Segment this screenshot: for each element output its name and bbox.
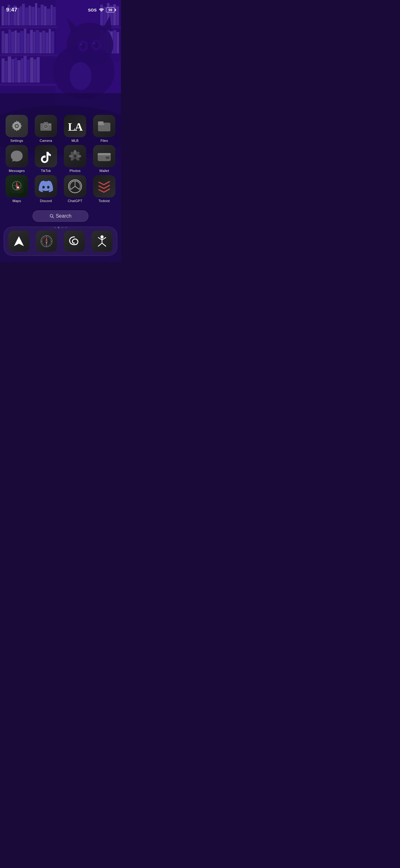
- discord-label: Discord: [40, 199, 52, 203]
- dock-notesnook[interactable]: [64, 231, 85, 252]
- maps-label: Maps: [12, 199, 21, 203]
- activity-icon[interactable]: [92, 231, 112, 252]
- maps-svg: [9, 179, 24, 194]
- app-todoist[interactable]: Todoist: [93, 175, 115, 203]
- app-row-2: Messages TikTok: [6, 145, 115, 173]
- activity-svg: [95, 235, 109, 248]
- app-discord[interactable]: Discord: [35, 175, 57, 203]
- search-bar-container: Search: [0, 211, 121, 222]
- svg-marker-117: [14, 236, 24, 246]
- svg-rect-93: [98, 121, 104, 124]
- files-svg: [97, 120, 112, 132]
- sos-indicator: SOS: [88, 8, 97, 12]
- status-icons: SOS 99: [88, 7, 115, 12]
- photos-label: Photos: [69, 169, 80, 173]
- app-grid: Settings Camera LA MLB: [0, 115, 121, 205]
- time-display: 9:47: [6, 7, 18, 13]
- messages-icon[interactable]: [6, 145, 28, 167]
- svg-rect-105: [98, 153, 111, 155]
- mlb-svg: LA: [67, 119, 83, 133]
- settings-icon[interactable]: [6, 115, 28, 137]
- app-tiktok[interactable]: TikTok: [35, 145, 57, 173]
- svg-point-85: [15, 125, 18, 128]
- svg-point-114: [18, 187, 19, 188]
- search-label: Search: [56, 213, 72, 219]
- messages-label: Messages: [9, 169, 25, 173]
- mlb-icon[interactable]: LA: [64, 115, 86, 137]
- app-maps[interactable]: Maps: [6, 175, 28, 203]
- todoist-label: Todoist: [99, 199, 110, 203]
- discord-icon[interactable]: [35, 175, 57, 197]
- app-chatgpt[interactable]: ChatGPT: [64, 175, 86, 203]
- svg-marker-129: [45, 241, 47, 246]
- direct-svg: [13, 235, 25, 247]
- dock-direct[interactable]: [8, 231, 29, 252]
- svg-point-82: [101, 11, 102, 12]
- svg-rect-92: [98, 124, 104, 125]
- wallet-svg: [97, 150, 111, 162]
- camera-label: Camera: [40, 139, 52, 143]
- chatgpt-svg: [68, 179, 82, 193]
- camera-icon[interactable]: [35, 115, 57, 137]
- files-label: Files: [100, 139, 108, 143]
- chatgpt-label: ChatGPT: [68, 199, 82, 203]
- app-row-1: Settings Camera LA MLB: [6, 115, 115, 143]
- svg-text:LA: LA: [68, 121, 83, 133]
- settings-label: Settings: [10, 139, 23, 143]
- svg-rect-106: [106, 156, 109, 159]
- wallet-label: Wallet: [99, 169, 109, 173]
- svg-point-89: [49, 124, 51, 125]
- svg-line-135: [102, 243, 106, 246]
- svg-marker-128: [45, 237, 47, 241]
- tiktok-svg: [39, 149, 53, 163]
- discord-svg: [39, 180, 53, 192]
- safari-svg: [40, 235, 53, 248]
- svg-point-103: [74, 155, 76, 157]
- todoist-icon[interactable]: [93, 175, 115, 197]
- dock-activity[interactable]: [92, 231, 112, 252]
- battery-indicator: 99: [106, 7, 115, 12]
- wifi-icon: [99, 8, 104, 12]
- status-bar: 9:47 SOS 99: [0, 0, 121, 16]
- files-icon[interactable]: [93, 115, 115, 137]
- search-pill[interactable]: Search: [33, 211, 88, 222]
- app-files[interactable]: Files: [93, 115, 115, 143]
- maps-icon[interactable]: [6, 175, 28, 197]
- chatgpt-icon[interactable]: [64, 175, 86, 197]
- camera-svg: [40, 121, 52, 131]
- notesnook-icon[interactable]: [64, 231, 85, 252]
- dock-safari[interactable]: [36, 231, 57, 252]
- direct-icon[interactable]: [8, 231, 29, 252]
- app-settings[interactable]: Settings: [6, 115, 28, 143]
- app-row-3: Maps Discord ChatGPT: [6, 175, 115, 203]
- tiktok-label: TikTok: [41, 169, 51, 173]
- wallet-icon[interactable]: [93, 145, 115, 167]
- notesnook-svg: [68, 235, 81, 248]
- todoist-svg: [97, 179, 111, 193]
- app-mlb[interactable]: LA MLB: [64, 115, 86, 143]
- photos-icon[interactable]: [64, 145, 86, 167]
- search-icon: [49, 214, 54, 218]
- settings-gear-svg: [10, 119, 24, 133]
- svg-point-130: [100, 235, 104, 239]
- mlb-label: MLB: [71, 139, 78, 143]
- dock: [4, 227, 117, 256]
- svg-point-88: [45, 125, 47, 128]
- app-camera[interactable]: Camera: [35, 115, 57, 143]
- safari-icon[interactable]: [36, 231, 57, 252]
- photos-svg: [68, 149, 82, 164]
- app-messages[interactable]: Messages: [6, 145, 28, 173]
- tiktok-icon[interactable]: [35, 145, 57, 167]
- svg-line-134: [98, 243, 102, 246]
- messages-svg: [10, 149, 24, 163]
- svg-line-116: [53, 217, 54, 218]
- app-photos[interactable]: Photos: [64, 145, 86, 173]
- app-wallet[interactable]: Wallet: [93, 145, 115, 173]
